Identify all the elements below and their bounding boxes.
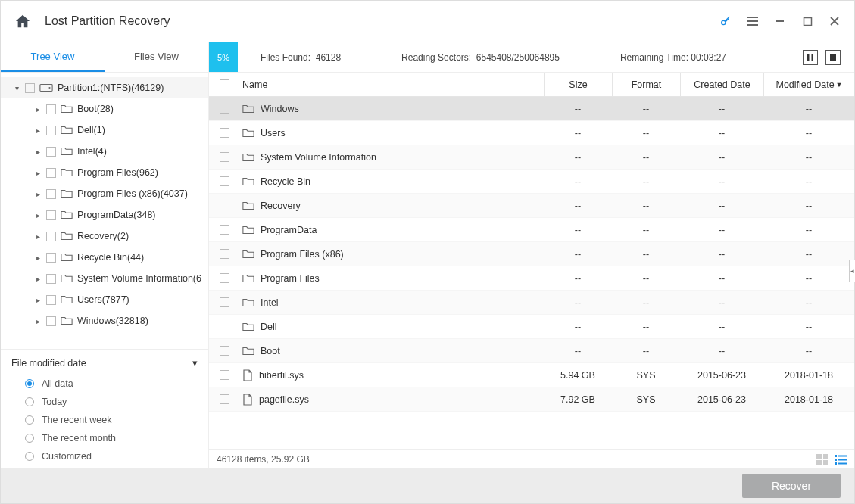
table-row[interactable]: Users-------- <box>209 121 854 145</box>
stop-button[interactable] <box>825 50 841 65</box>
radio[interactable] <box>25 397 34 406</box>
tab-files-view[interactable]: Files View <box>105 42 208 72</box>
filter-option[interactable]: All data <box>11 375 198 393</box>
checkbox[interactable] <box>46 253 56 263</box>
tree-item[interactable]: ▸Recycle Bin(44) <box>1 247 208 268</box>
checkbox[interactable] <box>220 201 229 210</box>
chevron-right-icon[interactable]: ▸ <box>34 126 42 135</box>
checkbox[interactable] <box>46 126 56 135</box>
minimize-icon[interactable] <box>774 15 786 27</box>
checkbox[interactable] <box>220 394 229 404</box>
table-row[interactable]: hiberfil.sys5.94 GBSYS2015-06-232018-01-… <box>209 363 854 387</box>
list-view-icon[interactable] <box>835 454 847 465</box>
checkbox[interactable] <box>46 274 56 284</box>
filter-option[interactable]: Today <box>11 393 198 411</box>
collapse-handle[interactable]: ◂ <box>849 260 855 282</box>
tree-item[interactable]: ▸Dell(1) <box>1 120 208 141</box>
checkbox[interactable] <box>220 104 229 114</box>
tree-item[interactable]: ▸Intel(4) <box>1 141 208 162</box>
checkbox[interactable] <box>220 176 229 186</box>
chevron-right-icon[interactable]: ▸ <box>34 169 42 177</box>
tree-item[interactable]: ▸ProgramData(348) <box>1 204 208 226</box>
chevron-right-icon[interactable]: ▸ <box>34 232 42 241</box>
radio[interactable] <box>25 452 34 461</box>
checkbox[interactable] <box>46 104 56 114</box>
tree-item[interactable]: ▸Recovery(2) <box>1 226 208 247</box>
close-icon[interactable] <box>828 15 841 27</box>
checkbox[interactable] <box>220 249 229 259</box>
table-row[interactable]: Intel-------- <box>209 291 854 315</box>
col-size[interactable]: Size <box>544 73 612 96</box>
tree-item[interactable]: ▸Program Files(962) <box>1 162 208 183</box>
col-modified[interactable]: Modified Date▼ <box>763 73 854 96</box>
checkbox[interactable] <box>220 128 229 138</box>
checkbox[interactable] <box>46 316 56 326</box>
tree-item[interactable]: ▸Windows(32818) <box>1 310 208 331</box>
table-row[interactable]: pagefile.sys7.92 GBSYS2015-06-232018-01-… <box>209 387 854 412</box>
tab-tree-view[interactable]: Tree View <box>1 42 105 72</box>
chevron-right-icon[interactable]: ▸ <box>34 254 42 262</box>
tree-item[interactable]: ▸Boot(28) <box>1 98 208 120</box>
checkbox[interactable] <box>46 168 56 178</box>
table-row[interactable]: ProgramData-------- <box>209 218 854 242</box>
folder-icon <box>242 273 254 284</box>
folder-icon <box>61 294 73 305</box>
filter-option[interactable]: The recent month <box>11 429 198 447</box>
table-row[interactable]: Recovery-------- <box>209 194 854 218</box>
tree-item[interactable]: ▸Program Files (x86)(4037) <box>1 183 208 204</box>
chevron-right-icon[interactable]: ▸ <box>34 296 42 304</box>
table-row[interactable]: Program Files (x86)-------- <box>209 242 854 266</box>
chevron-right-icon[interactable]: ▸ <box>34 190 42 198</box>
pause-button[interactable] <box>803 50 818 65</box>
key-icon[interactable] <box>719 15 732 27</box>
grid-view-icon[interactable] <box>816 454 828 465</box>
row-modified: -- <box>763 322 854 332</box>
row-size: -- <box>544 128 612 138</box>
col-name[interactable]: Name <box>239 79 544 90</box>
checkbox[interactable] <box>220 297 229 307</box>
home-icon[interactable] <box>14 14 31 29</box>
checkbox[interactable] <box>220 225 229 235</box>
chevron-right-icon[interactable]: ▸ <box>34 211 42 219</box>
table-row[interactable]: System Volume Information-------- <box>209 145 854 170</box>
col-format[interactable]: Format <box>612 73 680 96</box>
checkbox[interactable] <box>220 346 229 356</box>
tree-root[interactable]: ▾ Partition1:(NTFS)(46129) <box>1 77 208 98</box>
checkbox[interactable] <box>46 232 56 241</box>
recover-button[interactable]: Recover <box>742 474 841 498</box>
checkbox[interactable] <box>220 152 229 162</box>
radio[interactable] <box>25 415 34 425</box>
chevron-right-icon[interactable]: ▸ <box>34 275 42 283</box>
chevron-right-icon[interactable]: ▸ <box>34 317 42 325</box>
filter-option[interactable]: Customized <box>11 447 198 465</box>
table-row[interactable]: Program Files-------- <box>209 266 854 291</box>
checkbox[interactable] <box>46 189 56 199</box>
table-row[interactable]: Dell-------- <box>209 315 854 339</box>
filter-option[interactable]: The recent week <box>11 411 198 429</box>
menu-icon[interactable] <box>747 15 759 27</box>
maximize-icon[interactable] <box>801 15 813 27</box>
checkbox[interactable] <box>46 210 56 220</box>
checkbox[interactable] <box>46 295 56 305</box>
chevron-right-icon[interactable]: ▸ <box>34 148 42 156</box>
file-icon <box>242 394 253 406</box>
tree-item[interactable]: ▸System Volume Information(6 <box>1 268 208 289</box>
radio[interactable] <box>25 379 34 388</box>
tree-item[interactable]: ▸Users(7877) <box>1 289 208 310</box>
checkbox[interactable] <box>220 322 229 331</box>
chevron-down-icon[interactable]: ▾ <box>13 84 20 92</box>
table-row[interactable]: Boot-------- <box>209 339 854 363</box>
checkbox[interactable] <box>220 273 229 283</box>
checkbox-all[interactable] <box>220 79 229 89</box>
checkbox[interactable] <box>46 147 56 157</box>
checkbox[interactable] <box>220 370 229 380</box>
chevron-right-icon[interactable]: ▸ <box>34 105 42 114</box>
checkbox[interactable] <box>25 83 35 93</box>
col-created[interactable]: Created Date <box>680 73 763 96</box>
row-size: -- <box>544 225 612 235</box>
table-row[interactable]: Windows-------- <box>209 97 854 121</box>
filter-header[interactable]: File modified date ▾ <box>11 357 198 369</box>
table-row[interactable]: Recycle Bin-------- <box>209 170 854 194</box>
row-format: -- <box>612 128 680 138</box>
radio[interactable] <box>25 434 34 443</box>
